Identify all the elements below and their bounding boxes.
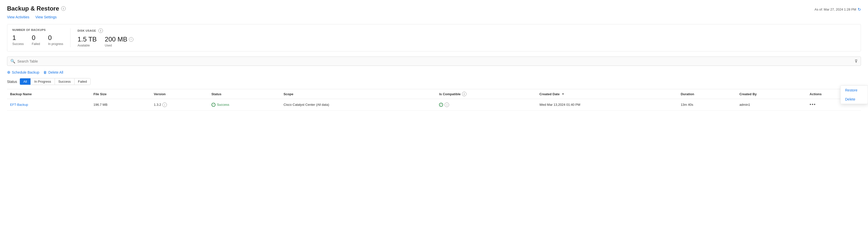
- cell-status: ✓ Success: [209, 99, 280, 111]
- in-progress-label: In progress: [48, 42, 63, 46]
- compatible-check-icon: ✓: [439, 103, 443, 107]
- timestamp-display: As of: Mar 27, 2024 1:28 PM ↻: [815, 7, 861, 12]
- backup-name-link[interactable]: EFT-Backup: [10, 103, 28, 107]
- search-input[interactable]: [18, 59, 852, 63]
- refresh-icon[interactable]: ↻: [858, 7, 861, 12]
- failed-label: Failed: [32, 42, 40, 46]
- success-value: 1: [12, 34, 16, 42]
- view-settings-link[interactable]: View Settings: [35, 15, 57, 19]
- disk-values: 1.5 TB Available 200 MB i Used: [78, 35, 133, 47]
- context-menu: Restore Delete: [840, 85, 868, 104]
- schedule-backup-button[interactable]: ⊕ Schedule Backup: [7, 70, 39, 75]
- filter-tab-all[interactable]: All: [20, 78, 31, 85]
- delete-all-button[interactable]: 🗑 Delete All: [43, 70, 63, 74]
- filter-tab-in-progress[interactable]: In Progress: [31, 78, 55, 85]
- page-container: As of: Mar 27, 2024 1:28 PM ↻ Backup & R…: [0, 0, 868, 115]
- timestamp-text: As of: Mar 27, 2024 1:28 PM: [815, 7, 856, 11]
- backups-values: 1 Success 0 Failed 0 In progress: [12, 34, 63, 46]
- backups-group: NUMBER OF BACKUPS 1 Success 0 Failed 0 I…: [12, 28, 63, 47]
- filter-tab-success[interactable]: Success: [55, 78, 74, 85]
- col-file-size: File Size: [90, 89, 151, 99]
- filter-tab-failed[interactable]: Failed: [74, 78, 90, 85]
- view-activities-link[interactable]: View Activities: [7, 15, 29, 19]
- table-body: EFT-Backup 196.7 MB 1.3.2 i ✓: [7, 99, 861, 111]
- col-scope: Scope: [280, 89, 436, 99]
- table-row: EFT-Backup 196.7 MB 1.3.2 i ✓: [7, 99, 861, 111]
- success-label: Success: [12, 42, 24, 46]
- col-version: Version: [151, 89, 209, 99]
- backup-table-container: Backup Name File Size Version Status Sco…: [7, 89, 861, 111]
- used-label: Used: [105, 44, 133, 47]
- delete-trash-icon: 🗑: [43, 70, 47, 74]
- sort-arrow-icon: ▼: [562, 93, 564, 96]
- failed-value: 0: [32, 34, 35, 42]
- failed-stat: 0 Failed: [32, 34, 40, 46]
- actions-menu-trigger[interactable]: •••: [810, 102, 816, 107]
- disk-info-icon[interactable]: i: [98, 28, 103, 33]
- version-info-icon[interactable]: i: [162, 103, 167, 107]
- success-stat: 1 Success: [12, 34, 24, 46]
- nav-links: View Activities View Settings: [7, 15, 861, 19]
- title-info-icon[interactable]: i: [61, 6, 66, 11]
- available-label: Available: [78, 44, 97, 47]
- filter-icon[interactable]: ⊽: [855, 59, 858, 64]
- page-title: Backup & Restore i: [7, 5, 861, 12]
- cell-file-size: 196.7 MB: [90, 99, 151, 111]
- filter-tabs: All In Progress Success Failed: [20, 78, 91, 85]
- compatible-info-icon[interactable]: i: [462, 92, 466, 96]
- available-stat: 1.5 TB Available: [78, 35, 97, 47]
- stats-section: NUMBER OF BACKUPS 1 Success 0 Failed 0 I…: [7, 24, 861, 51]
- cell-created-date: Wed Mar 13,2024 01:40 PM: [536, 99, 678, 111]
- stats-divider: [70, 28, 70, 47]
- context-menu-delete[interactable]: Delete: [841, 95, 868, 104]
- compatible-row-info-icon[interactable]: i: [444, 103, 449, 107]
- cell-scope: Cisco Catalyst Center (All data): [280, 99, 436, 111]
- available-value: 1.5 TB: [78, 35, 97, 43]
- status-check-icon: ✓: [212, 103, 216, 107]
- status-filter: Status All In Progress Success Failed: [7, 78, 861, 85]
- in-progress-stat: 0 In progress: [48, 34, 63, 46]
- cell-version: 1.3.2 i: [151, 99, 209, 111]
- disk-label: DISK USAGE i: [78, 28, 133, 33]
- search-bar: 🔍 ⊽: [7, 57, 861, 66]
- context-menu-restore[interactable]: Restore: [841, 86, 868, 95]
- col-created-by: Created By: [736, 89, 807, 99]
- backups-label: NUMBER OF BACKUPS: [12, 28, 63, 31]
- disk-group: DISK USAGE i 1.5 TB Available 200 MB i U…: [78, 28, 133, 47]
- toolbar: ⊕ Schedule Backup 🗑 Delete All: [7, 70, 861, 75]
- table-header: Backup Name File Size Version Status Sco…: [7, 89, 861, 99]
- schedule-plus-icon: ⊕: [7, 70, 10, 75]
- cell-backup-name: EFT-Backup: [7, 99, 90, 111]
- status-filter-label: Status: [7, 80, 17, 84]
- col-is-compatible: Is Compatible i: [436, 89, 536, 99]
- used-info-icon[interactable]: i: [129, 37, 133, 42]
- search-inner: 🔍: [10, 59, 852, 64]
- cell-duration: 13m 40s: [678, 99, 736, 111]
- used-value-container: 200 MB i: [105, 35, 133, 43]
- cell-created-by: admin1: [736, 99, 807, 111]
- table-header-row: Backup Name File Size Version Status Sco…: [7, 89, 861, 99]
- cell-is-compatible: ✓ i: [436, 99, 536, 111]
- col-backup-name: Backup Name: [7, 89, 90, 99]
- col-duration: Duration: [678, 89, 736, 99]
- col-created-date[interactable]: Created Date ▼: [536, 89, 678, 99]
- col-status: Status: [209, 89, 280, 99]
- backup-table: Backup Name File Size Version Status Sco…: [7, 89, 861, 111]
- search-icon: 🔍: [10, 59, 16, 64]
- in-progress-value: 0: [48, 34, 52, 42]
- used-stat: 200 MB i Used: [105, 35, 133, 47]
